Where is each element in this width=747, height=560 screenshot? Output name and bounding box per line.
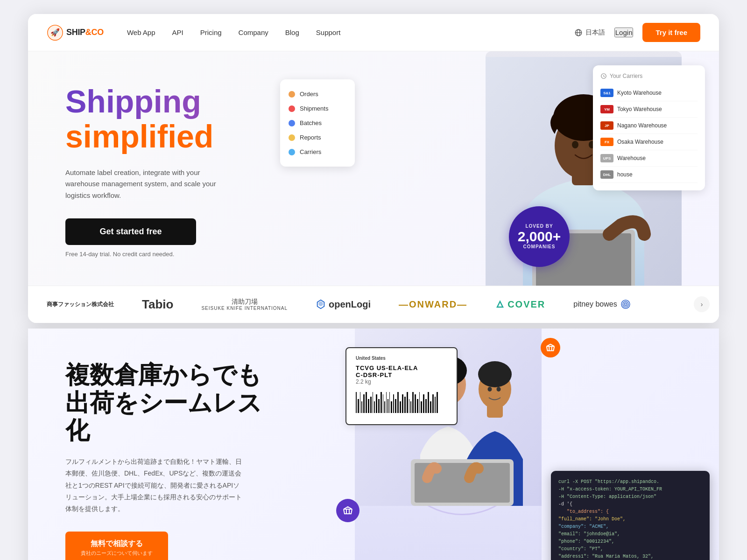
language-button[interactable]: 日本語 (574, 28, 605, 37)
cover-triangle-icon (495, 300, 505, 309)
batches-label: Batches (300, 119, 322, 126)
carrier-osaka: FX Osaka Warehouse (600, 134, 698, 150)
nav-support[interactable]: Support (316, 28, 341, 36)
second-description: フルフィルメントから出荷追跡まで自動化！ヤマト運輸、日本郵便、佐川急便、DHL、… (65, 456, 243, 515)
nav-api[interactable]: API (172, 28, 183, 36)
nav-web-app[interactable]: Web App (127, 28, 155, 36)
code-line-2: -H "x-access-token: YOUR_API_TOKEN_FR (558, 486, 702, 493)
svg-text:🚀: 🚀 (50, 28, 60, 37)
brand-tabio: Tabio (142, 297, 173, 312)
code-line-6: "full_name": "John Doe", (558, 516, 702, 523)
brand-onward: —ONWARD— (399, 299, 467, 310)
code-line-8: "email": "johndoe@ia", (558, 531, 702, 538)
carrier-warehouse: UPS Warehouse (600, 150, 698, 167)
code-line-9: "phone": "00012234", (558, 538, 702, 546)
svg-point-10 (572, 141, 578, 148)
carrier-label-kyoto: Kyoto Warehouse (617, 90, 662, 96)
login-button[interactable]: Login (614, 28, 634, 37)
globe-icon (574, 28, 583, 37)
sidebar-batches[interactable]: Batches (280, 116, 355, 130)
shipments-icon (289, 105, 295, 112)
carrier-badge-kyoto: S&1 (600, 89, 613, 97)
sidebar-carriers[interactable]: Carriers (280, 145, 355, 159)
svg-point-20 (625, 304, 626, 305)
lang-label: 日本語 (585, 28, 605, 37)
code-line-7: "company": "ACME", (558, 523, 702, 531)
box-icon (342, 505, 353, 516)
barcode (356, 390, 447, 413)
code-line-10: "country": "PT", (558, 546, 702, 553)
code-line-3: -H "Content-Type: application/json" (558, 493, 702, 501)
carrier-badge-house: DHL (600, 170, 613, 179)
sidebar-reports[interactable]: Reports (280, 130, 355, 145)
openlogi-hex-icon (316, 299, 326, 309)
box-icon-circle (336, 499, 359, 522)
carrier-nagano: JP Nagano Warehouse (600, 118, 698, 134)
code-line-11: "address1": "Rua Maria Matos, 32", (558, 553, 702, 560)
hero-title: Shipping simplified (65, 84, 243, 154)
second-title-line1: 複数倉庫からでも (65, 361, 271, 389)
carrier-house: DHL house (600, 167, 698, 183)
consult-label: 無料で相談する (91, 539, 143, 549)
code-line-4: -d '{ (558, 501, 702, 508)
hero-right: Orders Shipments Batches Reports Carrier… (271, 51, 719, 286)
package-icon (545, 343, 556, 353)
seisuke-en: SEISUKE KNIFE INTERNATIONAL (201, 306, 288, 311)
code-line-1: curl -X POST "https://app.shipandco. (558, 478, 702, 486)
logo[interactable]: 🚀 SHIP&CO (47, 24, 104, 41)
carrier-badge-tokyo: YM (600, 105, 613, 113)
svg-point-31 (497, 387, 501, 392)
nav-right: 日本語 Login Try it free (574, 23, 700, 42)
sidebar-orders[interactable]: Orders (280, 87, 355, 101)
svg-point-27 (478, 361, 512, 387)
trial-text: Free 14-day trial. No credit card needed… (65, 251, 243, 258)
carrier-badge-warehouse: UPS (600, 154, 613, 162)
logos-strip: 商事ファッション株式会社 Tabio 清助刀場 SEISUKE KNIFE IN… (28, 286, 719, 323)
nav-links: Web App API Pricing Company Blog Support (127, 28, 574, 36)
navbar: 🚀 SHIP&CO Web App API Pricing Company Bl… (28, 14, 719, 51)
code-snippet: curl -X POST "https://app.shipandco. -H … (551, 471, 710, 560)
svg-rect-25 (487, 405, 503, 418)
carriers-label: Carriers (300, 148, 321, 155)
brand-openlogi: openLogi (316, 299, 371, 310)
loved-by-text: LOVED BY (525, 224, 553, 229)
loved-count: 2,000+ (518, 229, 561, 244)
second-title-line2: 出荷をシームレス化 (65, 389, 271, 445)
second-section: 複数倉庫からでも 出荷をシームレス化 フルフィルメントから出荷追跡まで自動化！ヤ… (28, 329, 719, 560)
consult-button[interactable]: 無料で相談する 貴社のニーズについて伺います (65, 532, 168, 560)
nav-pricing[interactable]: Pricing (200, 28, 222, 36)
carriers-title-icon (600, 73, 607, 79)
carrier-kyoto: S&1 Kyoto Warehouse (600, 85, 698, 101)
orders-label: Orders (300, 91, 318, 98)
carrier-label-nagano: Nagano Warehouse (617, 122, 667, 129)
carrier-badge-nagano: JP (600, 121, 613, 130)
svg-marker-16 (497, 301, 503, 307)
carriers-icon (289, 149, 295, 155)
sidebar-shipments[interactable]: Shipments (280, 101, 355, 116)
second-left: 複数倉庫からでも 出荷をシームレス化 フルフィルメントから出荷追跡まで自動化！ヤ… (28, 329, 299, 560)
shipments-label: Shipments (300, 105, 328, 112)
get-started-button[interactable]: Get started free (65, 218, 196, 245)
pitney-spiral-icon (620, 299, 631, 310)
hero-title-line1: Shipping (65, 84, 243, 119)
nav-company[interactable]: Company (239, 28, 268, 36)
batches-icon (289, 120, 295, 126)
second-title: 複数倉庫からでも 出荷をシームレス化 (65, 361, 271, 445)
logo-icon: 🚀 (47, 24, 63, 41)
label-country: United States (356, 356, 447, 361)
nav-blog[interactable]: Blog (285, 28, 299, 36)
loved-by-badge: LOVED BY 2,000+ COMPANIES (509, 206, 570, 267)
label-weight: 2.2 kg (356, 378, 447, 385)
try-free-button[interactable]: Try it free (642, 23, 700, 42)
loved-companies: COMPANIES (523, 244, 556, 249)
label-id: TCVG US-ELA-ELA (356, 364, 447, 371)
orders-icon (289, 91, 295, 98)
logo-text: SHIP&CO (66, 28, 104, 37)
logos-arrow-button[interactable]: › (694, 296, 710, 312)
brand-japanese: 商事ファッション株式会社 (47, 301, 114, 308)
seisuke-kanji: 清助刀場 (232, 298, 258, 306)
carriers-ui-card: Your Carriers S&1 Kyoto Warehouse YM Tok… (593, 65, 705, 190)
hero-description: Automate label creation, integrate with … (65, 167, 224, 202)
carrier-label-house: house (617, 171, 633, 178)
hero-section: Shipping simplified Automate label creat… (28, 51, 719, 286)
